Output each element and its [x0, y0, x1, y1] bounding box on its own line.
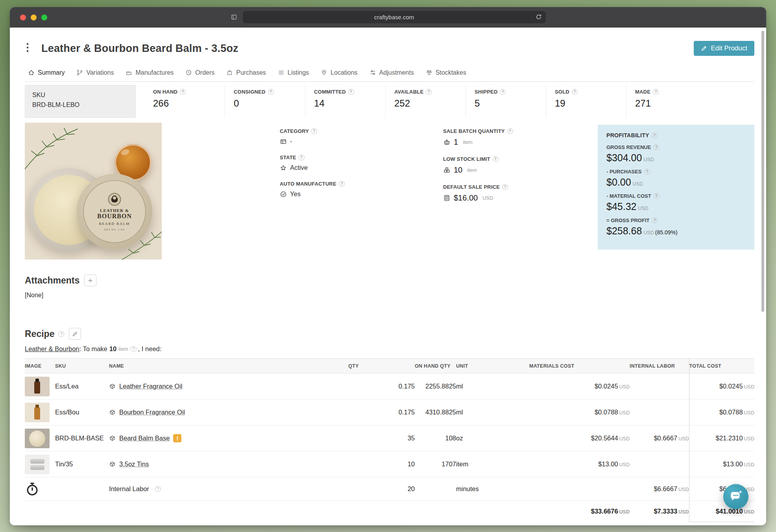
basket-icon	[443, 138, 451, 146]
col-qty: QTY	[348, 359, 415, 374]
stat-label: AVAILABLE	[394, 89, 423, 95]
help-icon[interactable]: ?	[653, 144, 659, 150]
stat-shipped: SHIPPED? 5	[466, 85, 546, 118]
sale-price-group: DEFAULT SALE PRICE? $16.00 USD	[443, 184, 513, 202]
help-icon[interactable]: ?	[493, 156, 499, 162]
profit-value: $304.00	[606, 152, 642, 163]
help-icon[interactable]: ?	[58, 331, 64, 337]
tab-overview-icon[interactable]	[231, 14, 237, 20]
tab-label: Purchases	[236, 69, 266, 76]
help-icon[interactable]: ?	[652, 217, 658, 223]
edit-recipe-button[interactable]	[69, 328, 81, 340]
material-thumbnail	[25, 429, 50, 448]
bag-icon	[226, 69, 233, 76]
stat-label: SHIPPED	[475, 89, 497, 95]
sale-batch-unit: item	[463, 139, 473, 145]
help-icon[interactable]: ?	[572, 89, 578, 95]
window-minimize-button[interactable]	[31, 15, 37, 20]
help-icon[interactable]: ?	[339, 181, 345, 187]
sale-batch-value: 1	[454, 138, 458, 147]
help-icon[interactable]: ?	[311, 128, 317, 134]
currency-label: USD	[619, 509, 630, 515]
recipe-row: Ess/Bou Bourbon Fragrance Oil 0.175 4310…	[25, 399, 754, 425]
help-icon[interactable]: ?	[500, 89, 506, 95]
material-link[interactable]: Leather Fragrance Oil	[119, 383, 183, 390]
sale-batch-group: SALE BATCH QUANTITY? 1 item	[443, 128, 513, 147]
scrollbar[interactable]	[761, 31, 764, 312]
window-close-button[interactable]	[20, 15, 26, 20]
tab-summary[interactable]: Summary	[28, 69, 65, 76]
calculator-icon	[443, 194, 451, 202]
stat-sold: SOLD? 19	[546, 85, 626, 118]
help-icon[interactable]: ?	[131, 346, 137, 352]
currency-label: USD	[744, 384, 754, 390]
stat-value: 19	[555, 98, 626, 109]
help-icon[interactable]: ?	[507, 128, 513, 134]
intro-unit: item	[118, 346, 128, 352]
help-icon[interactable]: ?	[348, 89, 354, 95]
help-icon[interactable]: ?	[299, 155, 305, 160]
profit-row-material-cost: - MATERIAL COST? $45.32USD	[606, 193, 746, 212]
col-sku: SKU	[55, 359, 109, 374]
materials-cost-cell: $13.00USD	[529, 451, 630, 477]
stat-label: MADE	[635, 89, 650, 95]
edit-product-button[interactable]: Edit Product	[694, 41, 754, 56]
help-icon[interactable]: ?	[653, 89, 659, 95]
browser-titlebar: craftybase.com	[10, 7, 766, 28]
browser-window: craftybase.com Leather & Bourbon Beard B…	[10, 7, 766, 525]
help-icon[interactable]: ?	[644, 169, 650, 175]
help-icon[interactable]: ?	[426, 89, 432, 95]
chat-widget-button[interactable]	[723, 484, 748, 509]
address-bar[interactable]: craftybase.com	[243, 11, 546, 23]
tab-locations[interactable]: Locations	[321, 69, 358, 76]
materials-cost-total: $33.6676USD	[529, 501, 630, 522]
label-text: BOURBON	[97, 213, 132, 220]
tab-orders[interactable]: Orders	[185, 69, 214, 76]
col-name: NAME	[109, 359, 348, 374]
product-photo: LEATHER & BOURBON BEARD BALM NET WT. 2 O…	[25, 123, 162, 260]
window-zoom-button[interactable]	[41, 15, 47, 20]
tab-label: Variations	[86, 69, 114, 76]
help-icon[interactable]: ?	[155, 486, 161, 492]
star-icon	[280, 164, 287, 171]
stat-region: ON HAND? 266 CONSIGNED? 0 COMMITTED? 14 …	[144, 85, 754, 118]
unit-cell: ml	[456, 399, 529, 425]
col-unit: UNIT	[456, 359, 529, 374]
on-hand-cell: 108	[415, 425, 456, 451]
tab-adjustments[interactable]: Adjustments	[370, 69, 414, 76]
tab-purchases[interactable]: Purchases	[226, 69, 266, 76]
recipe-product-link[interactable]: Leather & Bourbon	[25, 345, 79, 353]
refresh-icon[interactable]	[535, 13, 542, 20]
kebab-menu-icon[interactable]	[26, 42, 29, 54]
tab-label: Summary	[38, 69, 65, 76]
material-link[interactable]: Bourbon Fragrance Oil	[119, 409, 185, 416]
product-header: Leather & Bourbon Beard Balm - 3.5oz Edi…	[25, 39, 754, 57]
pencil-icon	[701, 45, 707, 52]
tab-stocktakes[interactable]: Stocktakes	[426, 69, 466, 76]
material-link[interactable]: Beard Balm Base	[119, 434, 170, 442]
help-icon[interactable]: ?	[180, 89, 186, 95]
low-stock-warning-icon[interactable]: !	[173, 434, 181, 442]
material-link[interactable]: 3.5oz Tins	[119, 460, 149, 468]
help-icon[interactable]: ?	[654, 193, 660, 199]
recipe-row-internal-labor: Internal Labor? 20 minutes $6.6667USD $6…	[25, 477, 754, 501]
add-attachment-button[interactable]	[84, 274, 96, 286]
help-icon[interactable]: ?	[268, 89, 274, 95]
auto-manufacture-group: AUTO MANUFACTURE? Yes	[280, 181, 345, 198]
col-on-hand: ON HAND QTY	[415, 359, 456, 374]
tab-variations[interactable]: Variations	[76, 69, 114, 76]
sku-box: SKU BRD-BLM-LEBO	[25, 85, 136, 118]
clock-icon	[185, 69, 192, 76]
tab-label: Locations	[331, 69, 358, 76]
help-icon[interactable]: ?	[652, 133, 658, 138]
tab-listings[interactable]: Listings	[278, 69, 309, 76]
intro-text: , I need:	[138, 345, 162, 353]
stat-label: CONSIGNED	[234, 89, 266, 95]
attachments-empty-text: [None]	[25, 292, 754, 299]
materials-cost-cell: $0.0245USD	[529, 374, 630, 399]
help-icon[interactable]: ?	[502, 184, 508, 190]
tab-manufactures[interactable]: Manufactures	[126, 69, 174, 76]
profitability-title: PROFITABILITY	[606, 132, 649, 138]
unit-cell: ml	[456, 374, 529, 399]
material-thumbnail	[25, 455, 50, 474]
